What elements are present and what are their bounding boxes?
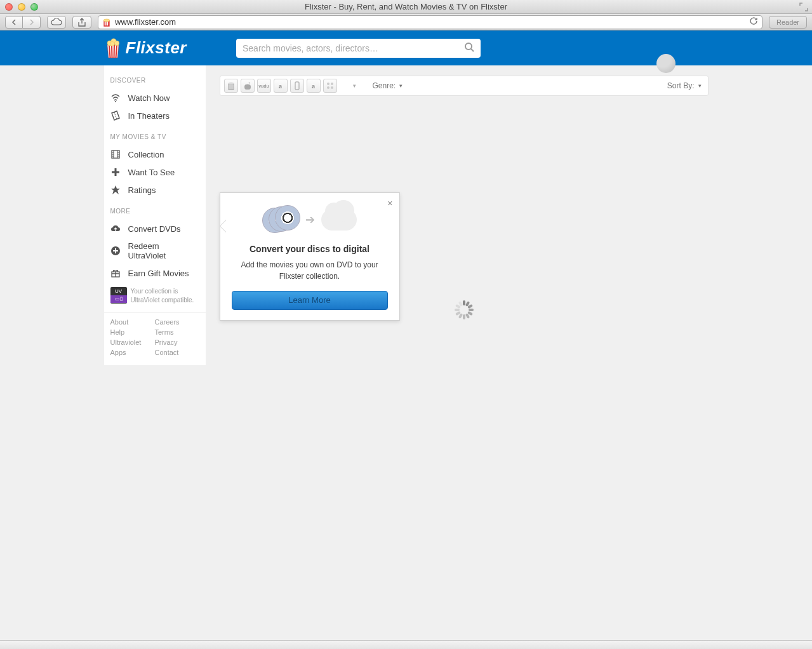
sidebar-section-discover: DISCOVER: [104, 77, 206, 89]
svg-point-14: [331, 83, 333, 85]
popover-body: Add the movies you own on DVD to your Fl…: [232, 259, 388, 282]
sidebar-item-collection[interactable]: Collection: [104, 145, 206, 163]
provider-amazon2-button[interactable]: a: [307, 79, 321, 93]
url-text: www.flixster.com: [115, 17, 176, 27]
sidebar-section-more: MORE: [104, 208, 206, 220]
fullscreen-icon[interactable]: [799, 3, 808, 11]
footer-link-ultraviolet[interactable]: Ultraviolet: [110, 338, 155, 346]
footer-link-about[interactable]: About: [110, 318, 155, 326]
page-content: Flixster DISCOVER Watch Now In Theaters: [0, 30, 812, 649]
provider-fandango-button[interactable]: [323, 79, 337, 93]
footer-link-help[interactable]: Help: [110, 328, 155, 336]
cloud-icon: [321, 209, 357, 231]
svg-point-3: [114, 41, 119, 46]
window-close-button[interactable]: [5, 3, 13, 11]
circle-plus-icon: [110, 246, 121, 256]
provider-vudu-button[interactable]: vudu: [257, 79, 271, 93]
sidebar-item-redeem-uv[interactable]: Redeem UltraViolet: [104, 238, 206, 264]
icloud-tabs-button[interactable]: [47, 16, 66, 29]
ticket-icon: [110, 110, 121, 121]
svg-point-5: [465, 43, 472, 50]
sidebar-item-label: Want To See: [128, 168, 175, 177]
learn-more-label: Learn More: [288, 295, 330, 305]
provider-flixster-button[interactable]: [224, 79, 238, 93]
sidebar-item-ratings[interactable]: Ratings: [104, 181, 206, 199]
sidebar-item-label: Ratings: [128, 185, 156, 195]
site-logo[interactable]: Flixster: [104, 37, 187, 59]
uv-note-line2: UltraViolet compatible.: [131, 297, 194, 304]
window-zoom-button[interactable]: [30, 3, 38, 11]
svg-point-11: [229, 83, 234, 84]
url-bar[interactable]: www.flixster.com: [98, 15, 762, 29]
search-input[interactable]: [243, 43, 464, 53]
sortby-label: Sort By:: [667, 81, 695, 90]
sidebar-item-label: Redeem UltraViolet: [128, 241, 199, 260]
sidebar-item-label: In Theaters: [128, 111, 170, 121]
sidebar-item-label: Collection: [128, 150, 164, 159]
wifi-icon: [110, 93, 121, 103]
svg-point-4: [110, 41, 114, 46]
forward-button[interactable]: [23, 16, 41, 29]
plus-icon: [110, 167, 121, 177]
svg-point-6: [115, 101, 116, 102]
filter-bar: vudu a a ▾ Genre: ▾ Sort By: ▾: [220, 76, 709, 96]
chevron-down-icon: ▾: [698, 83, 702, 89]
genre-label: Genre:: [373, 81, 396, 90]
user-avatar[interactable]: [656, 54, 676, 73]
sidebar-item-watch-now[interactable]: Watch Now: [104, 89, 206, 107]
sidebar-footer: About Help Ultraviolet Apps Careers Term…: [104, 312, 206, 356]
svg-rect-12: [295, 82, 299, 90]
genre-dropdown[interactable]: Genre: ▾: [373, 81, 403, 90]
convert-dvds-popover: × ➔ Convert your discs to digital Add th…: [220, 192, 400, 321]
film-icon: [110, 149, 121, 159]
footer-link-careers[interactable]: Careers: [155, 318, 199, 326]
learn-more-button[interactable]: Learn More: [232, 291, 388, 310]
chevron-down-icon: ▾: [399, 83, 403, 89]
site-header: Flixster: [0, 30, 812, 65]
provider-itunes-button[interactable]: [241, 79, 255, 93]
popover-close-button[interactable]: ×: [387, 198, 392, 208]
svg-point-15: [327, 86, 329, 89]
search-icon[interactable]: [464, 42, 474, 55]
reader-button[interactable]: Reader: [769, 16, 807, 29]
reader-label: Reader: [776, 18, 799, 26]
sidebar: DISCOVER Watch Now In Theaters MY MOVIES…: [104, 65, 206, 365]
uv-note-line1: Your collection is: [131, 288, 178, 295]
search-box[interactable]: [236, 39, 481, 58]
sidebar-section-mymovies: MY MOVIES & TV: [104, 133, 206, 145]
main-area: vudu a a ▾ Genre: ▾ Sort By: ▾ ×: [220, 65, 709, 96]
reload-button[interactable]: [749, 17, 758, 27]
window-title: Flixster - Buy, Rent, and Watch Movies &…: [0, 2, 812, 11]
provider-redbox-button[interactable]: [290, 79, 304, 93]
window-minimize-button[interactable]: [18, 3, 25, 11]
browser-toolbar: www.flixster.com Reader: [0, 14, 812, 30]
uv-compat-note: UV ▭▯ Your collection is UltraViolet com…: [104, 282, 206, 312]
sidebar-item-convert-dvds[interactable]: Convert DVDs: [104, 220, 206, 238]
window-titlebar: Flixster - Buy, Rent, and Watch Movies &…: [0, 0, 812, 14]
svg-point-13: [327, 83, 329, 85]
favicon-icon: [102, 18, 111, 27]
footer-link-privacy[interactable]: Privacy: [155, 338, 199, 346]
footer-link-contact[interactable]: Contact: [155, 349, 199, 356]
back-button[interactable]: [5, 16, 23, 29]
footer-link-apps[interactable]: Apps: [110, 349, 155, 356]
svg-point-0: [103, 19, 110, 22]
loading-spinner-icon: [455, 300, 474, 319]
sidebar-item-want-to-see[interactable]: Want To See: [104, 163, 206, 181]
sortby-dropdown[interactable]: Sort By: ▾: [667, 81, 702, 90]
sidebar-item-earn-gift[interactable]: Earn Gift Movies: [104, 264, 206, 282]
uv-badge-icon: UV ▭▯: [110, 287, 127, 304]
gift-icon: [110, 268, 121, 278]
sidebar-item-label: Earn Gift Movies: [128, 269, 189, 278]
sidebar-item-in-theaters[interactable]: In Theaters: [104, 107, 206, 124]
sidebar-item-label: Convert DVDs: [128, 224, 181, 234]
arrow-right-icon: ➔: [305, 213, 315, 227]
share-button[interactable]: [72, 16, 91, 29]
browser-bottom-bar: [0, 640, 812, 649]
cloud-up-icon: [110, 224, 121, 234]
provider-amazon-button[interactable]: a: [274, 79, 288, 93]
footer-link-terms[interactable]: Terms: [155, 328, 199, 336]
popover-illustration: ➔: [232, 202, 388, 238]
provider-dropdown[interactable]: ▾: [346, 79, 364, 93]
brand-text: Flixster: [126, 38, 187, 58]
